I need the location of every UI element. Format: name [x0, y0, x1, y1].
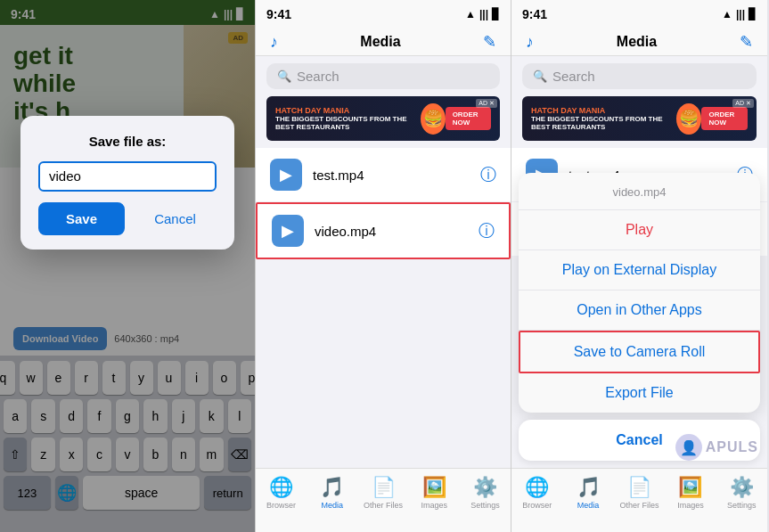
signal-icon-3: |||: [736, 8, 745, 20]
dialog-buttons: Save Cancel: [38, 202, 217, 235]
tab-settings-2[interactable]: ⚙️ Settings: [460, 476, 511, 510]
action-sheet: video.mp4 Play Play on External Display …: [519, 173, 760, 413]
browser-label: Browser: [266, 501, 296, 510]
edit-icon[interactable]: ✎: [483, 32, 496, 52]
playlist-icon[interactable]: ♪: [270, 33, 278, 52]
ad-strip-text-2: HATCH DAY MANIA: [275, 106, 421, 115]
media-header-3: ♪ Media ✎: [511, 25, 767, 56]
ad-label-2: AD ✕: [476, 99, 497, 108]
filename-input-row[interactable]: [38, 161, 217, 192]
search-icon-2: 🔍: [277, 70, 291, 83]
tab-images-3[interactable]: 🖼️ Images: [665, 476, 716, 510]
ad-strip-3: HATCH DAY MANIA THE BIGGEST DISCOUNTS FR…: [522, 96, 757, 141]
modal-overlay: Save file as: Save Cancel: [0, 0, 255, 532]
files-icon-3: 📄: [627, 476, 651, 499]
cancel-button[interactable]: Cancel: [134, 202, 217, 235]
files-label-3: Other Files: [620, 501, 659, 510]
media-title-2: Media: [278, 34, 483, 50]
browser-icon-3: 🌐: [525, 476, 549, 499]
tab-files-2[interactable]: 📄 Other Files: [357, 476, 408, 510]
tab-browser-3[interactable]: 🌐 Browser: [511, 476, 562, 510]
tab-images-2[interactable]: 🖼️ Images: [409, 476, 460, 510]
ad-food-image: 🍔: [421, 103, 446, 135]
file-name-1: test.mp4: [313, 168, 480, 183]
file-icon-1: ▶: [270, 159, 302, 191]
ad-order-btn-3[interactable]: ORDER NOW: [701, 107, 748, 130]
media-label: Media: [322, 501, 344, 510]
save-button[interactable]: Save: [38, 202, 125, 235]
phone-3: 9:41 ▲ ||| ▊ ♪ Media ✎ 🔍 Search HATCH DA…: [511, 0, 767, 532]
browser-icon: 🌐: [269, 476, 293, 499]
file-name-2: video.mp4: [315, 224, 479, 239]
status-icons-2: ▲ ||| ▊: [465, 8, 500, 20]
settings-label: Settings: [470, 501, 500, 510]
tab-browser-2[interactable]: 🌐 Browser: [256, 476, 307, 510]
search-bar-2[interactable]: 🔍 Search: [266, 63, 500, 89]
phone3-screen: 9:41 ▲ ||| ▊ ♪ Media ✎ 🔍 Search HATCH DA…: [511, 0, 767, 532]
ad-strip-sub-2: THE BIGGEST DISCOUNTS FROM THE BEST REST…: [275, 115, 421, 131]
search-icon-3: 🔍: [533, 70, 547, 83]
phone-1: 9:41 ▲ ||| ▊ get itwhileit's h... AD Dow…: [0, 0, 256, 532]
settings-icon: ⚙️: [473, 476, 497, 499]
tab-media-3[interactable]: 🎵 Media: [562, 476, 613, 510]
tab-settings-3[interactable]: ⚙️ Settings: [716, 476, 767, 510]
settings-icon-3: ⚙️: [730, 476, 754, 499]
action-save-camera-roll[interactable]: Save to Camera Roll: [519, 331, 760, 373]
file-info-1[interactable]: ⓘ: [480, 164, 496, 185]
dialog-title: Save file as:: [38, 134, 217, 149]
ad-strip-sub-3: THE BIGGEST DISCOUNTS FROM THE BEST REST…: [531, 115, 676, 131]
edit-icon-3[interactable]: ✎: [740, 32, 753, 52]
phone1-screen: 9:41 ▲ ||| ▊ get itwhileit's h... AD Dow…: [0, 0, 255, 532]
file-item-video-mp4[interactable]: ▶ video.mp4 ⓘ: [256, 202, 511, 259]
search-bar-3[interactable]: 🔍 Search: [522, 63, 757, 89]
media-header-2: ♪ Media ✎: [256, 25, 511, 56]
action-export-file[interactable]: Export File: [519, 373, 760, 413]
file-info-2[interactable]: ⓘ: [479, 220, 495, 241]
action-open-other-apps[interactable]: Open in Other Apps: [519, 291, 760, 331]
search-placeholder-2: Search: [297, 69, 340, 84]
action-sheet-header: video.mp4: [519, 173, 760, 210]
media-icon-3: 🎵: [577, 476, 601, 499]
status-bar-2: 9:41 ▲ ||| ▊: [256, 0, 511, 25]
filename-input[interactable]: [49, 168, 206, 184]
signal-icon-2: |||: [479, 8, 488, 20]
wifi-icon-3: ▲: [722, 8, 732, 20]
media-title-3: Media: [534, 34, 740, 50]
time-3: 9:41: [522, 7, 547, 21]
phone-2: 9:41 ▲ ||| ▊ ♪ Media ✎ 🔍 Search HATCH DA…: [256, 0, 511, 532]
images-icon: 🖼️: [422, 476, 446, 499]
file-list-2: ▶ test.mp4 ⓘ ▶ video.mp4 ⓘ: [256, 148, 511, 259]
ad-strip-text-3: HATCH DAY MANIA: [531, 106, 676, 115]
playlist-icon-3[interactable]: ♪: [526, 33, 534, 52]
search-placeholder-3: Search: [552, 69, 595, 84]
media-icon: 🎵: [320, 476, 344, 499]
images-icon-3: 🖼️: [678, 476, 702, 499]
phone2-screen: 9:41 ▲ ||| ▊ ♪ Media ✎ 🔍 Search HATCH DA…: [256, 0, 511, 532]
file-item-test-mp4[interactable]: ▶ test.mp4 ⓘ: [256, 148, 511, 201]
settings-label-3: Settings: [727, 501, 757, 510]
action-external-display[interactable]: Play on External Display: [519, 250, 760, 291]
status-bar-3: 9:41 ▲ ||| ▊: [511, 0, 767, 25]
status-icons-3: ▲ ||| ▊: [722, 8, 757, 20]
tab-media-2[interactable]: 🎵 Media: [307, 476, 357, 510]
files-icon: 📄: [372, 476, 396, 499]
tab-files-3[interactable]: 📄 Other Files: [614, 476, 665, 510]
action-cancel[interactable]: Cancel: [519, 420, 760, 461]
ad-label-3: AD ✕: [732, 99, 754, 108]
wifi-icon-2: ▲: [465, 8, 476, 20]
save-dialog: Save file as: Save Cancel: [20, 116, 234, 250]
tab-bar-2: 🌐 Browser 🎵 Media 📄 Other Files 🖼️ Image…: [256, 468, 511, 532]
battery-icon-2: ▊: [492, 8, 500, 20]
ad-order-btn-2[interactable]: ORDER NOW: [446, 107, 491, 130]
files-label: Other Files: [364, 501, 403, 510]
battery-icon-3: ▊: [749, 8, 757, 20]
tab-bar-3: 🌐 Browser 🎵 Media 📄 Other Files 🖼️ Image…: [511, 468, 767, 532]
images-label-3: Images: [677, 501, 704, 510]
action-play[interactable]: Play: [519, 210, 760, 250]
images-label: Images: [421, 501, 447, 510]
media-label-3: Media: [577, 501, 600, 510]
action-filename: video.mp4: [536, 185, 742, 199]
time-2: 9:41: [266, 7, 291, 21]
ad-food-image-3: 🍔: [676, 103, 701, 135]
ad-strip-2: HATCH DAY MANIA THE BIGGEST DISCOUNTS FR…: [266, 96, 500, 141]
